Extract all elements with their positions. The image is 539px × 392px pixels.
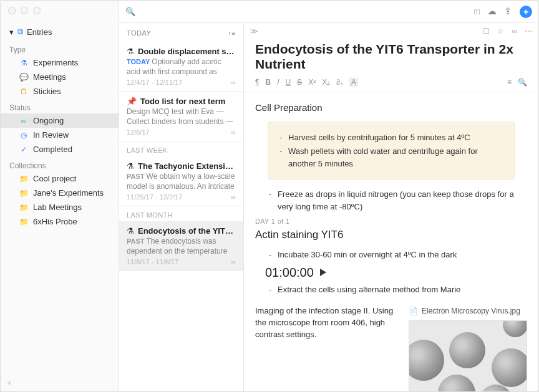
- link-icon[interactable]: ∞: [512, 27, 517, 36]
- attachment-name[interactable]: Electron Microscopy Virus.jpg: [422, 305, 520, 317]
- new-entry-button[interactable]: +: [520, 6, 532, 18]
- entry-tachyonic[interactable]: ⚗The Tachyonic Extension of To… PASTWe o…: [119, 156, 243, 206]
- sort-button[interactable]: ↑≡: [228, 29, 236, 37]
- heading-actin: Actin staining YIT6: [255, 227, 527, 243]
- add-collection-button[interactable]: +: [1, 375, 119, 391]
- superscript-button[interactable]: X²: [308, 78, 316, 87]
- min-dot[interactable]: [21, 7, 28, 14]
- entry-list: TODAY ↑≡ ⚗Double displacement synthesi… …: [119, 23, 244, 391]
- file-icon: 📄: [409, 305, 418, 317]
- folder-icon: 📁: [19, 174, 28, 183]
- sidebar-item-6xhis[interactable]: 📁6xHis Probe: [1, 214, 119, 229]
- sidebar-item-stickies[interactable]: 🗒Stickies: [1, 84, 119, 98]
- note-icon: 🗒: [19, 87, 28, 96]
- entries-icon: ⧉: [17, 27, 23, 37]
- list-button[interactable]: ≡: [507, 78, 512, 87]
- sidebar-item-completed[interactable]: ✓Completed: [1, 142, 119, 156]
- day-label: DAY 1 of 1: [255, 216, 527, 227]
- heading-cell-prep: Cell Preparation: [255, 101, 527, 115]
- entry-endocytosis[interactable]: ⚗Endocytosis of the YIT6 Trans… PASTThe …: [119, 221, 243, 271]
- play-button[interactable]: [320, 269, 326, 276]
- callout-item: Harvest cells by centrifugation for 5 mi…: [278, 131, 504, 144]
- pin-icon: 📌: [127, 97, 137, 106]
- check-icon: ✓: [19, 145, 28, 154]
- close-dot[interactable]: [8, 7, 16, 14]
- entry-todo-list[interactable]: 📌Todo list for next term Design MCQ test…: [119, 92, 243, 141]
- search-field[interactable]: 🔍: [125, 7, 469, 16]
- list-group-lastmonth: LAST MONTH: [119, 206, 243, 221]
- sidebar-item-coolproject[interactable]: 📁Cool project: [1, 171, 119, 186]
- folder-icon: 📁: [19, 189, 28, 198]
- timer-value: 01:00:00: [265, 263, 314, 282]
- max-dot[interactable]: [33, 7, 41, 14]
- sidebar-item-labmeetings[interactable]: 📁Lab Meetings: [1, 200, 119, 214]
- cloud-icon[interactable]: ☁: [487, 6, 497, 18]
- callout-item: Wash pellets with cold water and centrif…: [278, 145, 504, 170]
- bold-button[interactable]: B: [265, 78, 271, 87]
- list-group-lastweek: LAST WEEK: [119, 141, 243, 156]
- sidebar-item-experiments[interactable]: ⚗Experiments: [1, 55, 119, 70]
- editor: ≫ ☐ ☆ ∞ ⋯ Endocytosis of the YIT6 Transp…: [244, 23, 538, 391]
- sidebar-root[interactable]: ▾ ⧉ Entries: [1, 23, 119, 41]
- editor-body[interactable]: Cell Preparation Harvest cells by centri…: [244, 92, 538, 391]
- find-button[interactable]: 🔍: [518, 78, 527, 87]
- sidebar-item-jane[interactable]: 📁Jane's Experiments: [1, 186, 119, 200]
- infinity-icon: ∞: [231, 258, 236, 265]
- sidebar: ▾ ⧉ Entries Type ⚗Experiments 💬Meetings …: [1, 1, 119, 391]
- flask-icon: ⚗: [127, 161, 134, 171]
- infinity-icon: ∞: [19, 117, 28, 125]
- search-icon: 🔍: [125, 7, 135, 16]
- sidebar-group-collections: Collections: [1, 156, 119, 171]
- callout-block: Harvest cells by centrifugation for 5 mi…: [268, 122, 515, 180]
- sidebar-item-meetings[interactable]: 💬Meetings: [1, 70, 119, 84]
- sidebar-item-ongoing[interactable]: ∞Ongoing: [1, 113, 119, 128]
- formula-button[interactable]: ∂ₓ: [336, 78, 343, 87]
- sidebar-group-status: Status: [1, 98, 119, 113]
- underline-button[interactable]: U: [285, 78, 291, 87]
- more-icon[interactable]: ⋯: [525, 27, 532, 36]
- body-bullet: Freeze as drops in liquid nitrogen (you …: [268, 188, 527, 213]
- chat-icon: 💬: [19, 73, 28, 82]
- italic-button[interactable]: I: [277, 78, 279, 87]
- window-controls[interactable]: [1, 1, 48, 18]
- infinity-icon: ∞: [231, 128, 236, 136]
- format-toolbar: ¶ B I U S X² X₂ ∂ₓ A ≡ 🔍: [244, 75, 538, 92]
- share-icon[interactable]: ⇪: [504, 6, 512, 18]
- infinity-icon: ∞: [231, 193, 236, 201]
- search-input[interactable]: [139, 7, 469, 16]
- highlight-button[interactable]: A: [349, 78, 358, 87]
- star-icon[interactable]: ☆: [497, 27, 504, 36]
- subscript-button[interactable]: X₂: [322, 78, 330, 87]
- image-caption: Imaging of the infection stage II. Using…: [255, 305, 397, 391]
- folder-icon: 📁: [19, 218, 28, 226]
- flask-icon: ⚗: [127, 47, 134, 56]
- strike-button[interactable]: S: [297, 78, 302, 87]
- breadcrumb-icon[interactable]: ≫: [250, 27, 258, 36]
- clock-icon: ◷: [19, 131, 28, 140]
- list-header-label: TODAY: [127, 29, 151, 37]
- body-bullet: Extract the cells using alternate method…: [268, 284, 527, 296]
- sidebar-root-label: Entries: [27, 27, 52, 37]
- outline-icon[interactable]: ☐: [483, 27, 490, 36]
- camera-icon[interactable]: ⏍: [474, 6, 480, 18]
- sidebar-group-type: Type: [1, 41, 119, 55]
- sidebar-item-inreview[interactable]: ◷In Review: [1, 128, 119, 142]
- disclosure-icon: ▾: [9, 27, 14, 37]
- paragraph-icon[interactable]: ¶: [255, 78, 259, 87]
- flask-icon: ⚗: [19, 59, 28, 67]
- topbar: 🔍 ⏍ ☁ ⇪ +: [119, 1, 538, 23]
- infinity-icon: ∞: [231, 79, 236, 86]
- flask-icon: ⚗: [127, 226, 134, 236]
- entry-double-displacement[interactable]: ⚗Double displacement synthesi… TODAYOpti…: [119, 42, 243, 92]
- body-bullet: Incubate 30-60 min or overnight at 4ºC i…: [268, 249, 527, 261]
- folder-icon: 📁: [19, 203, 28, 212]
- page-title[interactable]: Endocytosis of the YIT6 Transporter in 2…: [244, 39, 538, 75]
- attachment-image[interactable]: [409, 320, 527, 391]
